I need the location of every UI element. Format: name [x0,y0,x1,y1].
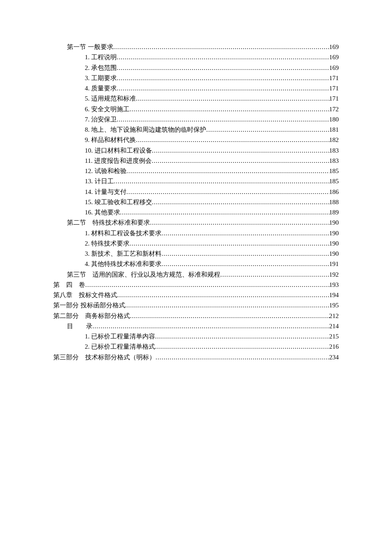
toc-leader-dots [155,332,329,341]
toc-entry-page: 195 [329,301,339,310]
toc-entry-label: 11. 进度报告和进度例会 [85,156,152,166]
toc-entry: 9. 样品和材料代换182 [53,136,339,145]
toc-entry-label: 9. 样品和材料代换 [85,136,136,145]
toc-entry: 11. 进度报告和进度例会183 [53,156,339,166]
toc-entry-label: 14. 计量与支付 [85,188,127,197]
toc-leader-dots [117,84,329,93]
toc-entry: 15. 竣工验收和工程移交188 [53,198,339,207]
toc-entry-page: 169 [329,43,339,52]
toc-entry: 第三部分 技术标部分格式（明标）234 [53,353,339,362]
toc-entry-page: 190 [329,218,339,228]
toc-entry-page: 190 [329,239,339,249]
toc-leader-dots [130,239,329,249]
toc-entry-page: 193 [329,280,339,290]
toc-entry-label: 第二节 特殊技术标准和要求 [67,218,150,228]
toc-entry: 第二部分 商务标部分格式212 [53,312,339,321]
toc-entry-page: 214 [329,322,339,331]
toc-leader-dots [127,188,329,197]
toc-entry-page: 169 [329,64,339,73]
toc-entry-page: 189 [329,208,339,217]
toc-entry-page: 186 [329,188,339,197]
toc-leader-dots [127,167,329,176]
toc-entry-label: 13. 计日工 [85,177,114,186]
toc-entry: 5. 适用规范和标准171 [53,94,339,104]
toc-leader-dots [125,301,329,310]
toc-leader-dots [152,156,329,166]
toc-leader-dots [161,260,329,269]
table-of-contents: 第一节 一般要求1691. 工程说明1692. 承包范围1693. 工期要求17… [53,43,339,362]
toc-entry: 第二节 特殊技术标准和要求190 [53,218,339,228]
toc-leader-dots [136,94,329,104]
toc-entry: 12. 试验和检验185 [53,167,339,176]
toc-entry-label: 4. 其他特殊技术标准和要求 [85,260,161,269]
toc-entry: 1. 工程说明169 [53,53,339,62]
toc-entry-page: 183 [329,146,339,156]
toc-leader-dots [117,291,329,300]
toc-entry-page: 185 [329,177,339,186]
toc-leader-dots [85,280,329,290]
toc-entry: 2. 特殊技术要求190 [53,239,339,249]
toc-leader-dots [136,136,329,145]
toc-leader-dots [113,43,329,52]
toc-entry-label: 第八章 投标文件格式 [53,291,117,300]
toc-entry-label: 1. 工程说明 [85,53,117,62]
toc-leader-dots [152,146,329,156]
toc-entry-label: 2. 特殊技术要求 [85,239,130,249]
toc-entry: 1. 材料和工程设备技术要求190 [53,229,339,238]
toc-entry-label: 1. 材料和工程设备技术要求 [85,229,161,238]
toc-entry: 1. 已标价工程量清单内容215 [53,332,339,341]
toc-leader-dots [130,312,329,321]
toc-leader-dots [117,53,329,62]
toc-entry-label: 16. 其他要求 [85,208,120,217]
toc-entry-label: 目 录 [67,322,92,331]
toc-entry-label: 10. 进口材料和工程设备 [85,146,152,156]
toc-entry-label: 12. 试验和检验 [85,167,127,176]
toc-entry: 4. 其他特殊技术标准和要求191 [53,260,339,269]
toc-leader-dots [92,322,329,331]
toc-entry-page: 188 [329,198,339,207]
toc-entry-page: 171 [329,84,339,93]
toc-leader-dots [161,249,329,259]
toc-entry-label: 1. 已标价工程量清单内容 [85,332,155,341]
toc-entry-page: 182 [329,136,339,145]
toc-leader-dots [156,353,329,362]
toc-leader-dots [150,218,329,228]
toc-entry-label: 第一部分 投标函部分格式 [53,301,125,310]
toc-entry-label: 5. 适用规范和标准 [85,94,136,104]
toc-leader-dots [117,115,329,124]
toc-entry-label: 第 四 卷 [53,280,85,290]
toc-entry-page: 181 [329,125,339,135]
toc-entry: 2. 承包范围169 [53,64,339,73]
toc-entry-page: 172 [329,105,339,114]
toc-leader-dots [117,64,329,73]
toc-entry: 4. 质量要求171 [53,84,339,93]
toc-entry: 13. 计日工185 [53,177,339,186]
toc-entry-page: 171 [329,94,339,104]
toc-leader-dots [206,125,329,135]
toc-entry-page: 180 [329,115,339,124]
toc-entry-page: 216 [329,342,339,352]
toc-entry-page: 169 [329,53,339,62]
toc-entry-label: 3. 工期要求 [85,74,117,83]
toc-entry-page: 234 [329,353,339,362]
toc-leader-dots [120,208,329,217]
toc-entry: 16. 其他要求189 [53,208,339,217]
toc-entry: 7. 治安保卫180 [53,115,339,124]
toc-entry-page: 191 [329,260,339,269]
toc-entry: 第一部分 投标函部分格式195 [53,301,339,310]
toc-entry-page: 190 [329,229,339,238]
toc-entry: 2. 已标价工程量清单格式216 [53,342,339,352]
toc-entry-label: 3. 新技术、新工艺和新材料 [85,249,161,259]
toc-entry: 3. 工期要求171 [53,74,339,83]
toc-entry-label: 4. 质量要求 [85,84,117,93]
toc-leader-dots [220,270,329,280]
toc-entry-label: 7. 治安保卫 [85,115,117,124]
toc-entry-page: 183 [329,156,339,166]
toc-entry: 8. 地上、地下设施和周边建筑物的临时保护181 [53,125,339,135]
toc-entry: 6. 安全文明施工172 [53,105,339,114]
toc-leader-dots [114,177,329,186]
toc-entry: 10. 进口材料和工程设备183 [53,146,339,156]
toc-entry-page: 192 [329,270,339,280]
toc-entry-page: 185 [329,167,339,176]
toc-entry-label: 6. 安全文明施工 [85,105,130,114]
